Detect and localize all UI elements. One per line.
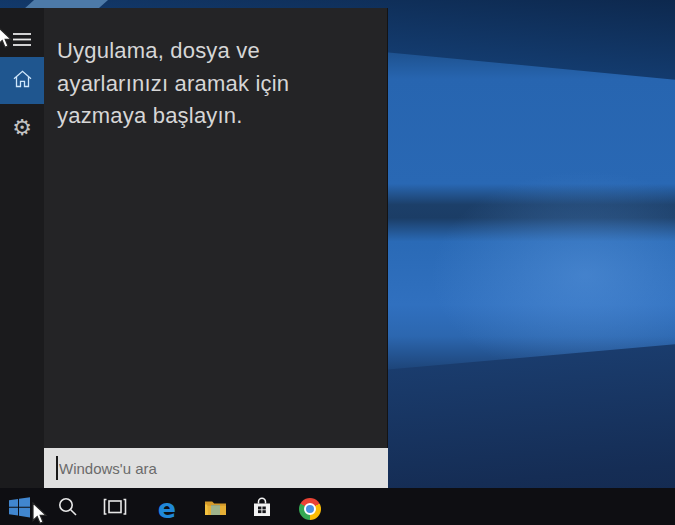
menu-button[interactable] [0,22,44,60]
taskbar: e [0,488,675,525]
file-explorer-button[interactable] [195,488,235,525]
start-button[interactable] [0,488,38,525]
gear-icon: ⚙ [12,117,32,139]
search-hint-text: Uygulama, dosya ve ayarlarınızı aramak i… [57,35,337,133]
chrome-button[interactable] [290,488,330,525]
home-icon [11,68,34,93]
sidebar-item-home[interactable] [0,57,44,104]
text-caret [56,456,58,480]
windows-desktop: ⚙ Uygulama, dosya ve ayarlarınızı aramak… [0,0,675,525]
search-input[interactable] [44,448,388,488]
edge-icon: e [158,497,176,521]
windows-logo-icon [9,497,30,521]
search-icon [57,496,79,521]
edge-button[interactable]: e [147,488,187,525]
search-box [44,448,388,488]
task-view-icon [102,497,128,520]
store-button[interactable] [242,488,282,525]
flyout-sidebar: ⚙ [0,8,44,488]
store-icon [251,496,273,521]
sidebar-item-settings[interactable]: ⚙ [0,108,44,148]
folder-icon [204,497,227,520]
taskbar-search-button[interactable] [48,488,88,525]
hamburger-icon [13,32,31,50]
task-view-button[interactable] [95,488,135,525]
chrome-icon [299,498,321,520]
search-flyout-panel: ⚙ Uygulama, dosya ve ayarlarınızı aramak… [0,8,388,488]
